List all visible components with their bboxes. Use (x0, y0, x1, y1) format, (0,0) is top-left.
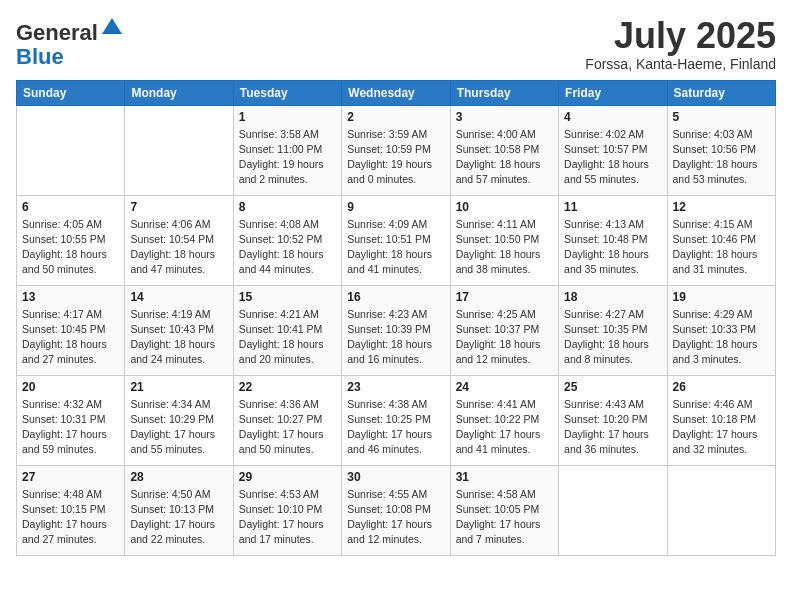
day-cell: 22Sunrise: 4:36 AMSunset: 10:27 PMDaylig… (233, 375, 341, 465)
day-info: Sunrise: 4:03 AMSunset: 10:56 PMDaylight… (673, 127, 770, 188)
day-cell: 4Sunrise: 4:02 AMSunset: 10:57 PMDayligh… (559, 105, 667, 195)
day-number: 25 (564, 380, 661, 394)
day-info: Sunrise: 4:32 AMSunset: 10:31 PMDaylight… (22, 397, 119, 458)
day-cell (125, 105, 233, 195)
day-cell: 31Sunrise: 4:58 AMSunset: 10:05 PMDaylig… (450, 465, 558, 555)
day-info: Sunrise: 4:00 AMSunset: 10:58 PMDaylight… (456, 127, 553, 188)
day-info: Sunrise: 4:23 AMSunset: 10:39 PMDaylight… (347, 307, 444, 368)
day-cell: 27Sunrise: 4:48 AMSunset: 10:15 PMDaylig… (17, 465, 125, 555)
day-cell: 3Sunrise: 4:00 AMSunset: 10:58 PMDayligh… (450, 105, 558, 195)
day-info: Sunrise: 4:48 AMSunset: 10:15 PMDaylight… (22, 487, 119, 548)
day-number: 26 (673, 380, 770, 394)
day-number: 2 (347, 110, 444, 124)
day-cell: 25Sunrise: 4:43 AMSunset: 10:20 PMDaylig… (559, 375, 667, 465)
day-cell: 6Sunrise: 4:05 AMSunset: 10:55 PMDayligh… (17, 195, 125, 285)
calendar-table: SundayMondayTuesdayWednesdayThursdayFrid… (16, 80, 776, 556)
day-info: Sunrise: 4:29 AMSunset: 10:33 PMDaylight… (673, 307, 770, 368)
day-number: 7 (130, 200, 227, 214)
day-info: Sunrise: 4:27 AMSunset: 10:35 PMDaylight… (564, 307, 661, 368)
day-cell: 12Sunrise: 4:15 AMSunset: 10:46 PMDaylig… (667, 195, 775, 285)
day-cell: 11Sunrise: 4:13 AMSunset: 10:48 PMDaylig… (559, 195, 667, 285)
day-number: 19 (673, 290, 770, 304)
day-number: 27 (22, 470, 119, 484)
day-cell: 26Sunrise: 4:46 AMSunset: 10:18 PMDaylig… (667, 375, 775, 465)
day-info: Sunrise: 4:11 AMSunset: 10:50 PMDaylight… (456, 217, 553, 278)
day-cell: 17Sunrise: 4:25 AMSunset: 10:37 PMDaylig… (450, 285, 558, 375)
day-cell: 20Sunrise: 4:32 AMSunset: 10:31 PMDaylig… (17, 375, 125, 465)
day-cell (559, 465, 667, 555)
header-row: SundayMondayTuesdayWednesdayThursdayFrid… (17, 80, 776, 105)
day-info: Sunrise: 4:21 AMSunset: 10:41 PMDaylight… (239, 307, 336, 368)
day-info: Sunrise: 4:05 AMSunset: 10:55 PMDaylight… (22, 217, 119, 278)
day-cell: 7Sunrise: 4:06 AMSunset: 10:54 PMDayligh… (125, 195, 233, 285)
day-info: Sunrise: 3:58 AMSunset: 11:00 PMDaylight… (239, 127, 336, 188)
day-cell: 14Sunrise: 4:19 AMSunset: 10:43 PMDaylig… (125, 285, 233, 375)
day-number: 1 (239, 110, 336, 124)
day-info: Sunrise: 3:59 AMSunset: 10:59 PMDaylight… (347, 127, 444, 188)
day-cell (17, 105, 125, 195)
col-header-thursday: Thursday (450, 80, 558, 105)
day-number: 18 (564, 290, 661, 304)
svg-marker-0 (102, 18, 122, 34)
week-row-4: 20Sunrise: 4:32 AMSunset: 10:31 PMDaylig… (17, 375, 776, 465)
week-row-5: 27Sunrise: 4:48 AMSunset: 10:15 PMDaylig… (17, 465, 776, 555)
page-header: General Blue July 2025 Forssa, Kanta-Hae… (16, 16, 776, 72)
day-info: Sunrise: 4:34 AMSunset: 10:29 PMDaylight… (130, 397, 227, 458)
day-cell: 2Sunrise: 3:59 AMSunset: 10:59 PMDayligh… (342, 105, 450, 195)
day-number: 3 (456, 110, 553, 124)
col-header-sunday: Sunday (17, 80, 125, 105)
logo-blue: Blue (16, 44, 64, 69)
day-info: Sunrise: 4:13 AMSunset: 10:48 PMDaylight… (564, 217, 661, 278)
col-header-wednesday: Wednesday (342, 80, 450, 105)
day-number: 20 (22, 380, 119, 394)
day-number: 13 (22, 290, 119, 304)
day-number: 11 (564, 200, 661, 214)
day-info: Sunrise: 4:19 AMSunset: 10:43 PMDaylight… (130, 307, 227, 368)
week-row-3: 13Sunrise: 4:17 AMSunset: 10:45 PMDaylig… (17, 285, 776, 375)
day-cell: 21Sunrise: 4:34 AMSunset: 10:29 PMDaylig… (125, 375, 233, 465)
title-block: July 2025 Forssa, Kanta-Haeme, Finland (585, 16, 776, 72)
day-number: 14 (130, 290, 227, 304)
location-subtitle: Forssa, Kanta-Haeme, Finland (585, 56, 776, 72)
day-info: Sunrise: 4:15 AMSunset: 10:46 PMDaylight… (673, 217, 770, 278)
day-cell: 13Sunrise: 4:17 AMSunset: 10:45 PMDaylig… (17, 285, 125, 375)
day-info: Sunrise: 4:55 AMSunset: 10:08 PMDaylight… (347, 487, 444, 548)
day-number: 15 (239, 290, 336, 304)
day-cell: 16Sunrise: 4:23 AMSunset: 10:39 PMDaylig… (342, 285, 450, 375)
col-header-tuesday: Tuesday (233, 80, 341, 105)
day-number: 4 (564, 110, 661, 124)
day-info: Sunrise: 4:41 AMSunset: 10:22 PMDaylight… (456, 397, 553, 458)
day-number: 9 (347, 200, 444, 214)
day-number: 5 (673, 110, 770, 124)
day-cell: 28Sunrise: 4:50 AMSunset: 10:13 PMDaylig… (125, 465, 233, 555)
col-header-monday: Monday (125, 80, 233, 105)
day-info: Sunrise: 4:02 AMSunset: 10:57 PMDaylight… (564, 127, 661, 188)
day-info: Sunrise: 4:09 AMSunset: 10:51 PMDaylight… (347, 217, 444, 278)
day-cell: 18Sunrise: 4:27 AMSunset: 10:35 PMDaylig… (559, 285, 667, 375)
day-cell: 23Sunrise: 4:38 AMSunset: 10:25 PMDaylig… (342, 375, 450, 465)
day-info: Sunrise: 4:53 AMSunset: 10:10 PMDaylight… (239, 487, 336, 548)
logo-icon (100, 16, 124, 40)
day-number: 12 (673, 200, 770, 214)
day-number: 30 (347, 470, 444, 484)
day-number: 24 (456, 380, 553, 394)
col-header-saturday: Saturday (667, 80, 775, 105)
day-info: Sunrise: 4:25 AMSunset: 10:37 PMDaylight… (456, 307, 553, 368)
day-number: 21 (130, 380, 227, 394)
day-number: 16 (347, 290, 444, 304)
col-header-friday: Friday (559, 80, 667, 105)
day-info: Sunrise: 4:50 AMSunset: 10:13 PMDaylight… (130, 487, 227, 548)
day-cell (667, 465, 775, 555)
day-cell: 15Sunrise: 4:21 AMSunset: 10:41 PMDaylig… (233, 285, 341, 375)
day-info: Sunrise: 4:08 AMSunset: 10:52 PMDaylight… (239, 217, 336, 278)
week-row-1: 1Sunrise: 3:58 AMSunset: 11:00 PMDayligh… (17, 105, 776, 195)
day-number: 23 (347, 380, 444, 394)
day-number: 22 (239, 380, 336, 394)
day-info: Sunrise: 4:17 AMSunset: 10:45 PMDaylight… (22, 307, 119, 368)
day-number: 31 (456, 470, 553, 484)
day-cell: 19Sunrise: 4:29 AMSunset: 10:33 PMDaylig… (667, 285, 775, 375)
day-number: 29 (239, 470, 336, 484)
day-cell: 30Sunrise: 4:55 AMSunset: 10:08 PMDaylig… (342, 465, 450, 555)
day-cell: 1Sunrise: 3:58 AMSunset: 11:00 PMDayligh… (233, 105, 341, 195)
day-cell: 29Sunrise: 4:53 AMSunset: 10:10 PMDaylig… (233, 465, 341, 555)
